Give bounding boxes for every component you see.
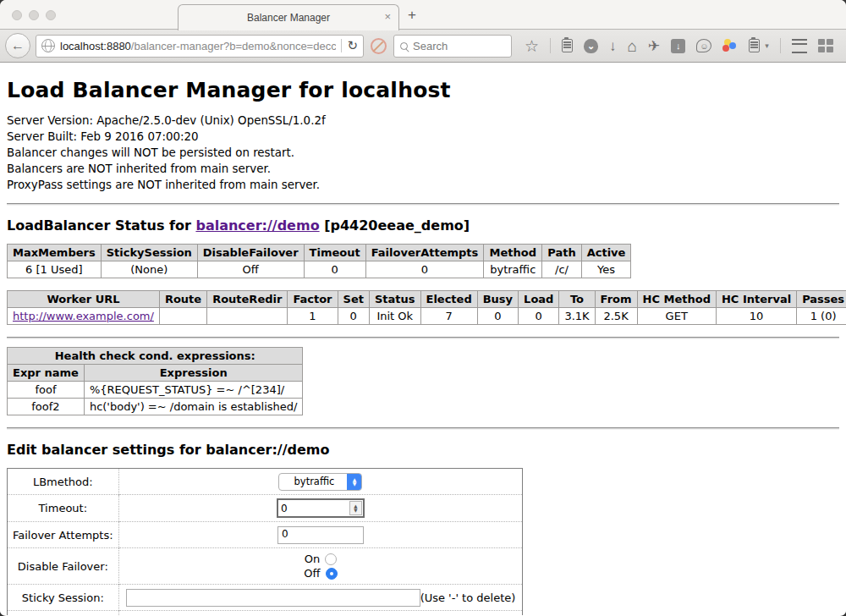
failover-on-radio[interactable] — [325, 553, 337, 565]
divider — [7, 337, 839, 339]
disable-failover-row: Disable Failover: On Off — [8, 548, 523, 585]
tab-balancer-manager[interactable]: Balancer Manager × — [178, 4, 399, 30]
close-window-button[interactable] — [12, 10, 22, 20]
page-title: Load Balancer Manager for localhost — [7, 78, 839, 102]
content-blocked-icon[interactable] — [371, 38, 387, 54]
edit-balancer-form: LBmethod: bytraffic ▲▼ Timeout: 0 ▲▼ — [7, 468, 523, 615]
table-title-row: Health check cond. expressions: — [8, 348, 303, 365]
worker-table: Worker URL Route RouteRedir Factor Set S… — [7, 290, 846, 325]
back-button[interactable]: ← — [5, 33, 30, 58]
divider — [7, 427, 839, 430]
navigation-toolbar: ← localhost:8880/balancer-manager?b=demo… — [0, 30, 846, 63]
sticky-hint: (Use '-' to delete) — [420, 591, 518, 604]
download-panel-icon[interactable]: ↓ — [671, 39, 685, 53]
notice-line: ProxyPass settings are NOT inherited fro… — [7, 177, 839, 193]
failover-off-radio[interactable] — [326, 568, 338, 580]
sticky-session-label: Sticky Session: — [8, 585, 119, 611]
notice-line: Balancers are NOT inherited from main se… — [7, 161, 839, 177]
expr-row: foof2 hc('body') =~ /domain is establish… — [8, 399, 303, 415]
expr-row: foof %{REQUEST_STATUS} =~ /^[234]/ — [8, 382, 303, 399]
number-spinner-icon[interactable]: ▲▼ — [349, 501, 362, 515]
search-icon — [400, 42, 408, 50]
bookmark-star-icon[interactable]: ☆ — [525, 38, 539, 54]
separator — [550, 38, 551, 53]
colored-dots-extension-icon[interactable] — [722, 39, 738, 52]
toolbar-icons: ☆ ⌄ ↓ ⌂ ✈ ↓ ☺ ▾ — [525, 38, 833, 54]
timeout-input[interactable]: 0 ▲▼ — [277, 498, 365, 518]
chevron-down-icon[interactable]: ▾ — [765, 41, 769, 50]
feedback-smiley-icon[interactable]: ☺ — [696, 39, 711, 52]
url-input[interactable]: localhost:8880/balancer-manager?b=demo&n… — [60, 40, 336, 52]
new-tab-button[interactable]: + — [408, 7, 416, 24]
failover-attempts-row: Failover Attempts: 0 — [8, 522, 523, 548]
radio-on-label: On — [305, 553, 320, 565]
sticky-session-input[interactable] — [126, 589, 420, 607]
add-worker-label: Add New Worker: — [8, 611, 119, 616]
radio-off-label: Off — [304, 567, 320, 580]
table-header-row: Expr name Expression — [8, 365, 303, 382]
page-content: Load Balancer Manager for localhost Serv… — [0, 63, 846, 615]
table-header-row: Worker URL Route RouteRedir Factor Set S… — [8, 291, 846, 308]
reading-list-icon[interactable] — [562, 39, 573, 52]
timeout-row: Timeout: 0 ▲▼ — [8, 495, 523, 522]
menu-hamburger-icon[interactable] — [792, 39, 807, 53]
add-worker-row: Add New Worker: Are you sure? — [8, 611, 523, 616]
minimize-window-button[interactable] — [29, 10, 39, 20]
worker-row: http://www.example.com/ 1 0 Init Ok 7 0 … — [8, 308, 846, 325]
health-check-table: Health check cond. expressions: Expr nam… — [7, 347, 303, 415]
balancer-demo-link[interactable]: balancer://demo — [195, 217, 319, 234]
divider — [7, 203, 839, 206]
tab-groups-icon[interactable] — [818, 39, 833, 52]
send-tab-icon[interactable]: ✈ — [648, 39, 660, 53]
table-row: 6 [1 Used] (None) Off 0 0 bytraffic /c/ … — [8, 261, 631, 278]
disable-failover-label: Disable Failover: — [8, 548, 119, 585]
downloads-icon[interactable]: ↓ — [609, 39, 617, 53]
sticky-session-row: Sticky Session: (Use '-' to delete) — [8, 585, 523, 611]
separator — [780, 38, 781, 53]
home-icon[interactable]: ⌂ — [628, 38, 637, 54]
url-bar[interactable]: localhost:8880/balancer-manager?b=demo&n… — [36, 35, 364, 58]
add-worker-input[interactable] — [190, 615, 343, 616]
pocket-icon[interactable]: ⌄ — [584, 39, 598, 53]
site-identity-globe-icon[interactable] — [41, 39, 55, 52]
status-heading: LoadBalancer Status for balancer://demo … — [7, 217, 839, 234]
failover-attempts-label: Failover Attempts: — [8, 522, 119, 548]
server-built: Server Built: Feb 9 2016 07:00:20 — [7, 129, 839, 145]
failover-attempts-input[interactable]: 0 — [277, 526, 364, 544]
timeout-label: Timeout: — [8, 495, 119, 522]
url-separator — [341, 39, 342, 52]
search-bar[interactable]: Search — [393, 35, 512, 58]
select-stepper-icon: ▲▼ — [347, 474, 361, 490]
server-info: Server Version: Apache/2.5.0-dev (Unix) … — [7, 113, 839, 193]
clipboard-menu-icon[interactable] — [749, 39, 760, 52]
tab-title: Balancer Manager — [247, 12, 330, 24]
zoom-window-button[interactable] — [46, 10, 56, 20]
balancer-status-table: MaxMembers StickySession DisableFailover… — [7, 244, 631, 278]
worker-url-link[interactable]: http://www.example.com/ — [13, 310, 154, 322]
reload-icon[interactable]: ↻ — [347, 38, 358, 53]
lbmethod-select[interactable]: bytraffic ▲▼ — [278, 473, 362, 491]
search-input[interactable]: Search — [413, 40, 448, 52]
table-header-row: MaxMembers StickySession DisableFailover… — [8, 245, 631, 261]
window-controls[interactable] — [12, 10, 56, 20]
browser-window: Balancer Manager × + ← localhost:8880/ba… — [0, 0, 846, 616]
tab-bar: Balancer Manager × + — [0, 0, 846, 30]
server-version: Server Version: Apache/2.5.0-dev (Unix) … — [7, 113, 839, 129]
notice-line: Balancer changes will NOT be persisted o… — [7, 145, 839, 161]
edit-settings-heading: Edit balancer settings for balancer://de… — [7, 442, 839, 458]
close-tab-icon[interactable]: × — [384, 10, 391, 23]
lbmethod-label: LBmethod: — [8, 469, 119, 495]
lbmethod-row: LBmethod: bytraffic ▲▼ — [8, 469, 523, 495]
